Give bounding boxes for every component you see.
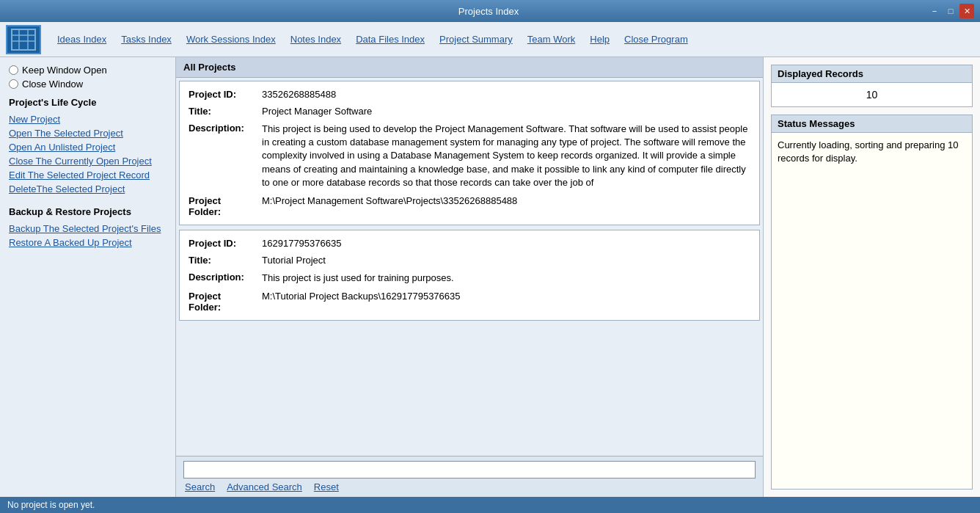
window-controls: − □ ✕ (927, 4, 974, 18)
project-folder-label-2: ProjectFolder: (189, 291, 262, 313)
menu-help[interactable]: Help (582, 31, 617, 48)
sidebar-restore-project[interactable]: Restore A Backed Up Project (9, 236, 167, 250)
backup-title: Backup & Restore Projects (9, 206, 167, 217)
menu-close-program[interactable]: Close Program (617, 31, 695, 48)
svg-rect-0 (12, 29, 35, 50)
project-desc-label-2: Description: (189, 272, 262, 285)
lifecycle-title: Project's Life Cycle (9, 97, 167, 108)
project-title-label-2: Title: (189, 255, 262, 266)
sidebar: Keep Window Open Close Window Project's … (0, 57, 176, 497)
project-title-field-1: Title: Project Manager Software (189, 106, 750, 117)
maximize-button[interactable]: □ (943, 4, 958, 18)
menu-ideas-index[interactable]: Ideas Index (50, 31, 114, 48)
project-title-field-2: Title: Tutorial Project (189, 255, 750, 266)
project-id-field-2: Project ID: 162917795376635 (189, 238, 750, 249)
project-desc-field-2: Description: This project is just used f… (189, 272, 750, 285)
project-desc-value-1: This project is being used to develop th… (262, 123, 750, 189)
project-id-field-1: Project ID: 33526268885488 (189, 89, 750, 100)
status-bar-text: No project is open yet. (7, 500, 95, 510)
menu-tasks-index[interactable]: Tasks Index (114, 31, 179, 48)
menu-project-summary[interactable]: Project Summary (432, 31, 520, 48)
close-button[interactable]: ✕ (959, 4, 974, 18)
sidebar-new-project[interactable]: New Project (9, 112, 167, 126)
project-id-label-1: Project ID: (189, 89, 262, 100)
project-title-value-2: Tutorial Project (262, 255, 750, 266)
project-folder-field-1: ProjectFolder: M:\Project Management Sof… (189, 195, 750, 217)
main-layout: Keep Window Open Close Window Project's … (0, 57, 980, 497)
status-messages-text: Currently loading, sorting and preparing… (772, 133, 972, 171)
project-folder-value-2: M:\Tutorial Project Backups\162917795376… (262, 291, 461, 313)
project-card-1: Project ID: 33526268885488 Title: Projec… (179, 81, 760, 225)
menu-notes-index[interactable]: Notes Index (283, 31, 348, 48)
displayed-records-title: Displayed Records (772, 65, 972, 83)
right-panel: Displayed Records 10 Status Messages Cur… (763, 57, 980, 497)
content-header: All Projects (176, 57, 763, 78)
search-bar: Search Advanced Search Reset (176, 456, 763, 497)
project-card-2: Project ID: 162917795376635 Title: Tutor… (179, 230, 760, 321)
status-bar: No project is open yet. (0, 497, 980, 513)
keep-window-radio[interactable]: Keep Window Open (9, 65, 167, 76)
window-mode-group: Keep Window Open Close Window (9, 65, 167, 90)
sidebar-edit-project[interactable]: Edit The Selected Project Record (9, 168, 167, 182)
reset-button[interactable]: Reset (314, 481, 339, 492)
status-messages-section: Status Messages Currently loading, sorti… (771, 114, 973, 490)
content-area: All Projects Project ID: 33526268885488 … (176, 57, 763, 497)
sidebar-backup-files[interactable]: Backup The Selected Project's Files (9, 222, 167, 236)
project-desc-field-1: Description: This project is being used … (189, 123, 750, 189)
project-id-value-2: 162917795376635 (262, 238, 750, 249)
sidebar-open-selected[interactable]: Open The Selected Project (9, 126, 167, 140)
advanced-search-button[interactable]: Advanced Search (227, 481, 302, 492)
menu-work-sessions-index[interactable]: Work Sessions Index (179, 31, 283, 48)
menu-bar: Ideas Index Tasks Index Work Sessions In… (0, 22, 980, 57)
title-bar: Projects Index − □ ✕ (0, 0, 980, 22)
displayed-records-section: Displayed Records 10 (771, 65, 973, 107)
backup-section: Backup & Restore Projects Backup The Sel… (9, 206, 167, 250)
close-window-radio[interactable]: Close Window (9, 79, 167, 90)
projects-list[interactable]: Project ID: 33526268885488 Title: Projec… (176, 78, 763, 456)
search-links: Search Advanced Search Reset (183, 479, 756, 492)
project-title-label-1: Title: (189, 106, 262, 117)
sidebar-delete-project[interactable]: DeleteThe Selected Project (9, 182, 167, 196)
project-desc-label-1: Description: (189, 123, 262, 189)
search-button[interactable]: Search (185, 481, 215, 492)
search-input[interactable] (183, 461, 756, 479)
displayed-records-value: 10 (772, 83, 972, 106)
project-folder-value-1: M:\Project Management Software\Projects\… (262, 195, 517, 217)
project-title-value-1: Project Manager Software (262, 106, 750, 117)
app-logo (6, 25, 41, 54)
sidebar-open-unlisted[interactable]: Open An Unlisted Project (9, 140, 167, 154)
project-id-value-1: 33526268885488 (262, 89, 750, 100)
minimize-button[interactable]: − (927, 4, 942, 18)
sidebar-close-project[interactable]: Close The Currently Open Project (9, 154, 167, 168)
project-folder-field-2: ProjectFolder: M:\Tutorial Project Backu… (189, 291, 750, 313)
status-messages-title: Status Messages (772, 115, 972, 133)
project-folder-label-1: ProjectFolder: (189, 195, 262, 217)
menu-team-work[interactable]: Team Work (520, 31, 583, 48)
window-title: Projects Index (50, 6, 927, 17)
project-id-label-2: Project ID: (189, 238, 262, 249)
menu-data-files-index[interactable]: Data Files Index (348, 31, 432, 48)
project-desc-value-2: This project is just used for training p… (262, 272, 750, 285)
